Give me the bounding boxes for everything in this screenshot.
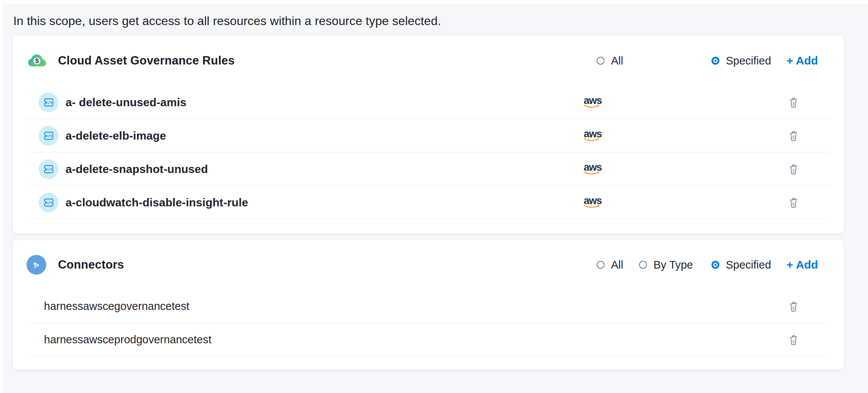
rule-name: a-delete-snapshot-unused bbox=[66, 163, 208, 176]
delete-rule-button[interactable] bbox=[788, 163, 798, 175]
connectors-card-title: Connectors bbox=[58, 258, 124, 272]
svg-text:$: $ bbox=[35, 57, 39, 64]
connectors-radio-bytype[interactable]: By Type bbox=[639, 259, 693, 271]
svg-text:</>: </> bbox=[45, 134, 52, 138]
aws-logo: aws bbox=[584, 163, 600, 175]
connector-row: harnessawscegovernancetest bbox=[27, 290, 830, 323]
governance-card-header: $ Cloud Asset Governance Rules All Speci… bbox=[13, 36, 844, 86]
page: In this scope, users get access to all r… bbox=[0, 0, 868, 393]
governance-rules-list: </> a- delete-unused-amis aws bbox=[27, 86, 830, 219]
connectors-list: harnessawscegovernancetest harnessawscep… bbox=[27, 290, 830, 357]
governance-add-button[interactable]: + Add bbox=[787, 54, 818, 67]
connectors-radio-all[interactable]: All bbox=[597, 259, 623, 271]
connector-name: harnessawsceprodgovernancetest bbox=[44, 333, 212, 346]
aws-logo: aws bbox=[584, 96, 600, 108]
delete-rule-button[interactable] bbox=[788, 130, 798, 142]
cloud-dollar-icon: $ bbox=[28, 53, 47, 68]
radio-unselected-icon[interactable] bbox=[597, 261, 605, 269]
rule-name: a- delete-unused-amis bbox=[66, 96, 186, 109]
connector-row: harnessawsceprodgovernancetest bbox=[27, 323, 830, 357]
rule-name: a-cloudwatch-disable-insight-rule bbox=[66, 196, 248, 209]
radio-unselected-icon[interactable] bbox=[639, 261, 647, 269]
radio-unselected-icon[interactable] bbox=[597, 57, 605, 65]
delete-rule-button[interactable] bbox=[788, 196, 798, 209]
rule-row: </> a-delete-snapshot-unused aws bbox=[27, 152, 830, 186]
rule-avatar: </> bbox=[39, 193, 58, 212]
rule-row: </> a-cloudwatch-disable-insight-rule aw… bbox=[27, 186, 830, 219]
svg-text:</>: </> bbox=[45, 201, 52, 205]
svg-text:</>: </> bbox=[45, 101, 52, 105]
delete-connector-button[interactable] bbox=[788, 300, 798, 313]
governance-radio-specified[interactable]: Specified bbox=[711, 55, 771, 67]
connectors-radio-specified[interactable]: Specified bbox=[711, 259, 771, 271]
connectors-card: Connectors All By Type Specified + Add h… bbox=[13, 240, 844, 370]
radio-selected-icon[interactable] bbox=[711, 261, 719, 269]
governance-card-title: Cloud Asset Governance Rules bbox=[58, 54, 235, 68]
svg-text:</>: </> bbox=[45, 167, 52, 171]
governance-radio-all[interactable]: All bbox=[597, 55, 623, 67]
rule-avatar: </> bbox=[39, 93, 58, 112]
rule-avatar: </> bbox=[39, 159, 58, 179]
connectors-add-button[interactable]: + Add bbox=[787, 258, 818, 271]
connectors-card-header: Connectors All By Type Specified + Add bbox=[13, 240, 844, 290]
delete-connector-button[interactable] bbox=[788, 334, 798, 346]
radio-selected-icon[interactable] bbox=[711, 57, 719, 65]
governance-rules-card: $ Cloud Asset Governance Rules All Speci… bbox=[13, 36, 844, 233]
connectors-branch-icon bbox=[27, 255, 46, 275]
rule-name: a-delete-elb-image bbox=[66, 129, 166, 142]
rule-avatar: </> bbox=[39, 126, 58, 146]
aws-logo: aws bbox=[584, 196, 600, 208]
delete-rule-button[interactable] bbox=[788, 96, 798, 108]
connector-name: harnessawscegovernancetest bbox=[44, 300, 190, 313]
rule-row: </> a-delete-elb-image aws bbox=[27, 119, 830, 152]
aws-logo: aws bbox=[584, 130, 600, 141]
scope-description: In this scope, users get access to all r… bbox=[13, 13, 441, 29]
rule-row: </> a- delete-unused-amis aws bbox=[27, 86, 830, 119]
